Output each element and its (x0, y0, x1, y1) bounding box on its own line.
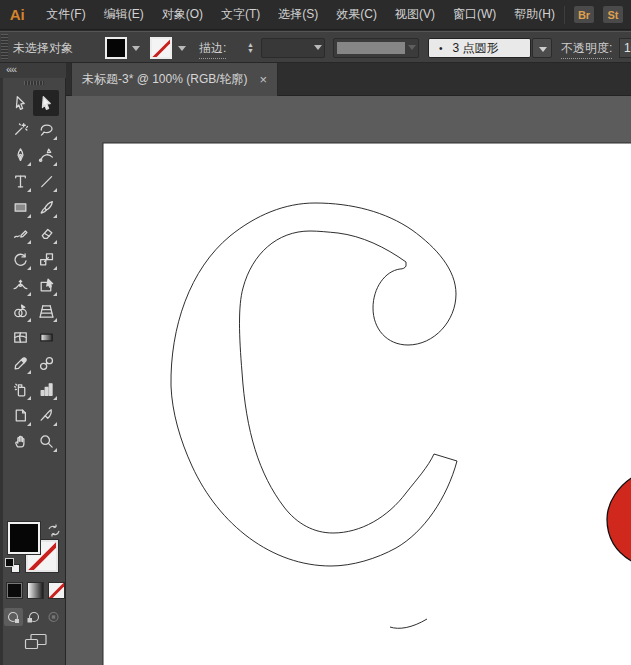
opacity-label[interactable]: 不透明度: (561, 40, 612, 59)
symbol-sprayer-icon (12, 381, 29, 398)
zoom-tool-button[interactable] (33, 428, 59, 454)
free-transform-tool-button[interactable] (33, 272, 59, 298)
menubar-item[interactable]: 选择(S) (269, 0, 327, 29)
none-button[interactable] (48, 582, 65, 599)
gradient-icon (38, 329, 55, 346)
line-segment-tool-button[interactable] (33, 168, 59, 194)
stroke-weight-stepper[interactable]: ▲ ▼ (243, 38, 258, 58)
brush-dot-preview-icon: • (439, 43, 443, 54)
symbol-sprayer-tool-button[interactable] (7, 376, 33, 402)
panel-grip[interactable] (24, 81, 44, 85)
stroke-color-dropdown-icon[interactable] (176, 43, 188, 53)
document-tab[interactable]: 未标题-3* @ 100% (RGB/轮廓) × (71, 63, 278, 96)
menubar-item[interactable]: 窗口(W) (444, 0, 505, 29)
menubar-item[interactable]: 帮助(H) (505, 0, 564, 29)
paint-mode-buttons (0, 582, 66, 602)
color-button[interactable] (6, 582, 23, 599)
brush-dropdown-button[interactable] (532, 38, 552, 58)
hand-icon (12, 433, 29, 450)
column-graph-tool-button[interactable] (33, 376, 59, 402)
app-badge-br[interactable]: Br (573, 5, 595, 24)
zoom-icon (38, 433, 55, 450)
menubar-item[interactable]: 编辑(E) (95, 0, 153, 29)
menubar-item[interactable]: 视图(V) (386, 0, 444, 29)
width-tool-button[interactable] (7, 272, 33, 298)
shape-builder-tool-button[interactable] (7, 298, 33, 324)
drawing-mode-buttons (0, 608, 66, 628)
rotate-tool-button[interactable] (7, 246, 33, 272)
menubar-item[interactable]: 文字(T) (212, 0, 269, 29)
selection-icon (12, 95, 29, 112)
free-transform-icon (38, 277, 55, 294)
rectangle-icon (12, 199, 29, 216)
slice-tool-button[interactable] (33, 402, 59, 428)
fill-color-dropdown-icon[interactable] (130, 43, 142, 53)
control-bar-grip[interactable] (1, 34, 8, 60)
rectangle-tool-button[interactable] (7, 194, 33, 220)
menubar-divider (564, 6, 565, 24)
stroke-color-swatch[interactable] (150, 37, 172, 59)
stepper-down-icon[interactable]: ▼ (247, 48, 254, 54)
draw-inside-button[interactable] (44, 608, 63, 626)
app-badge-st[interactable]: St (602, 5, 624, 24)
line-segment-icon (38, 173, 55, 190)
eyedropper-tool-button[interactable] (7, 350, 33, 376)
none-color-icon (151, 37, 172, 59)
curvature-tool-button[interactable] (33, 142, 59, 168)
magic-wand-tool-button[interactable] (7, 116, 33, 142)
collapse-panel-button[interactable]: «« (0, 63, 66, 78)
fill-stroke-block (0, 518, 66, 578)
column-graph-icon (38, 381, 55, 398)
default-fill-stroke-icon[interactable] (5, 558, 20, 573)
swap-fill-stroke-icon[interactable] (47, 523, 61, 536)
opacity-input[interactable]: 10 (619, 38, 631, 58)
control-bar: 未选择对象 描边: ▲ ▼ • 3 点圆形 不透明度: 10 (0, 31, 631, 63)
menubar: Ai 文件(F)编辑(E)对象(O)文字(T)选择(S)效果(C)视图(V)窗口… (0, 0, 631, 30)
chevron-down-icon (314, 45, 322, 50)
selection-tool-button[interactable] (7, 90, 33, 116)
stroke-weight-label[interactable]: 描边: (199, 40, 226, 59)
fill-color-swatch[interactable] (105, 37, 127, 59)
eraser-tool-button[interactable] (33, 220, 59, 246)
paintbrush-icon (38, 199, 55, 216)
draw-behind-button[interactable] (24, 608, 43, 626)
shape-builder-icon (12, 303, 29, 320)
perspective-grid-tool-button[interactable] (33, 298, 59, 324)
paintbrush-tool-button[interactable] (33, 194, 59, 220)
shaper-icon (12, 225, 29, 242)
rotate-icon (12, 251, 29, 268)
hand-tool-button[interactable] (7, 428, 33, 454)
stroke-weight-combo[interactable] (261, 38, 325, 58)
mesh-icon (12, 329, 29, 346)
gradient-button[interactable] (27, 582, 44, 599)
none-color-icon (48, 582, 65, 599)
illustrator-logo-icon[interactable]: Ai (7, 4, 27, 26)
artboard-icon (12, 407, 29, 424)
menubar-item[interactable]: 文件(F) (37, 0, 94, 29)
canvas-viewport[interactable] (66, 96, 631, 665)
brush-definition-combo[interactable]: • 3 点圆形 (428, 38, 531, 58)
lasso-tool-button[interactable] (33, 116, 59, 142)
direct-selection-tool-button[interactable] (33, 90, 59, 116)
gradient-tool-button[interactable] (33, 324, 59, 350)
magic-wand-icon (12, 121, 29, 138)
menubar-item[interactable]: 效果(C) (327, 0, 386, 29)
type-icon (12, 173, 29, 190)
mesh-tool-button[interactable] (7, 324, 33, 350)
pen-icon (12, 147, 29, 164)
type-tool-button[interactable] (7, 168, 33, 194)
fill-indicator-black[interactable] (8, 522, 40, 554)
change-screen-mode-button[interactable] (24, 633, 48, 651)
direct-selection-icon (38, 95, 55, 112)
pen-tool-button[interactable] (7, 142, 33, 168)
close-tab-icon[interactable]: × (260, 72, 268, 87)
tool-grid (7, 90, 59, 454)
perspective-grid-icon (38, 303, 55, 320)
scale-tool-button[interactable] (33, 246, 59, 272)
lasso-icon (38, 121, 55, 138)
menubar-item[interactable]: 对象(O) (153, 0, 212, 29)
blend-tool-button[interactable] (33, 350, 59, 376)
draw-normal-button[interactable] (4, 608, 23, 626)
shaper-tool-button[interactable] (7, 220, 33, 246)
artboard-tool-button[interactable] (7, 402, 33, 428)
